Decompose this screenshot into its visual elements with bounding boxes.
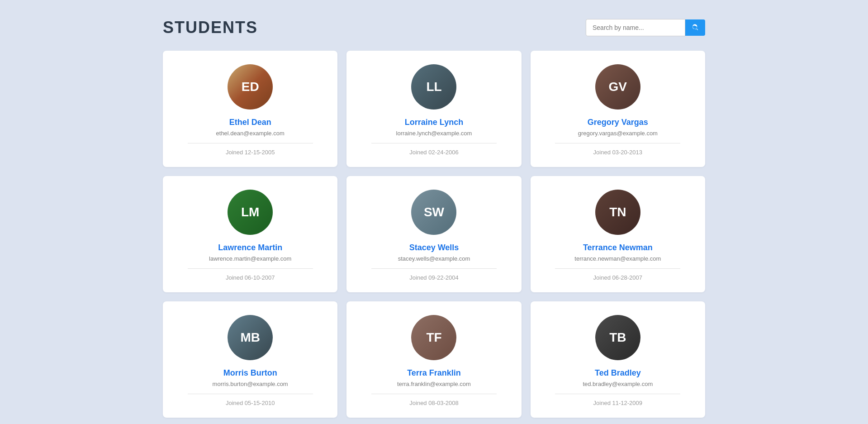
student-card-lawrence-martin[interactable]: Lawrence Martin lawrence.martin@example.… xyxy=(163,176,337,292)
divider-morris-burton xyxy=(188,394,313,394)
student-joined-morris-burton: Joined 05-15-2010 xyxy=(226,400,275,406)
search-bar xyxy=(586,19,705,36)
student-email-lorraine-lynch: lorraine.lynch@example.com xyxy=(396,130,472,137)
student-email-terra-franklin: terra.franklin@example.com xyxy=(397,381,471,387)
student-email-morris-burton: morris.burton@example.com xyxy=(213,381,288,387)
student-card-ted-bradley[interactable]: Ted Bradley ted.bradley@example.com Join… xyxy=(531,301,705,418)
student-joined-lorraine-lynch: Joined 02-24-2006 xyxy=(409,149,458,156)
student-card-morris-burton[interactable]: Morris Burton morris.burton@example.com … xyxy=(163,301,337,418)
student-name-ethel-dean: Ethel Dean xyxy=(229,118,271,127)
student-name-gregory-vargas: Gregory Vargas xyxy=(588,118,648,127)
student-card-terrance-newman[interactable]: Terrance Newman terrance.newman@example.… xyxy=(531,176,705,292)
search-button[interactable] xyxy=(685,19,705,36)
divider-gregory-vargas xyxy=(555,143,680,143)
avatar-stacey-wells xyxy=(411,190,456,235)
avatar-lawrence-martin xyxy=(228,190,273,235)
avatar-lorraine-lynch xyxy=(411,64,456,110)
student-card-stacey-wells[interactable]: Stacey Wells stacey.wells@example.com Jo… xyxy=(346,176,521,292)
divider-lorraine-lynch xyxy=(371,143,497,143)
student-email-terrance-newman: terrance.newman@example.com xyxy=(574,255,661,262)
student-name-stacey-wells: Stacey Wells xyxy=(409,243,459,252)
avatar-morris-burton xyxy=(228,315,273,360)
student-name-lawrence-martin: Lawrence Martin xyxy=(218,243,282,252)
student-name-terrance-newman: Terrance Newman xyxy=(583,243,653,252)
student-joined-stacey-wells: Joined 09-22-2004 xyxy=(409,274,458,281)
avatar-gregory-vargas xyxy=(595,64,640,110)
student-joined-gregory-vargas: Joined 03-20-2013 xyxy=(593,149,642,156)
avatar-terra-franklin xyxy=(411,315,456,360)
student-card-gregory-vargas[interactable]: Gregory Vargas gregory.vargas@example.co… xyxy=(531,51,705,167)
student-joined-ted-bradley: Joined 11-12-2009 xyxy=(593,400,642,406)
divider-ted-bradley xyxy=(555,394,680,394)
student-joined-terrance-newman: Joined 06-28-2007 xyxy=(593,274,642,281)
divider-terra-franklin xyxy=(371,394,497,394)
students-grid: Ethel Dean ethel.dean@example.com Joined… xyxy=(163,51,705,418)
student-name-ted-bradley: Ted Bradley xyxy=(595,368,641,378)
student-joined-terra-franklin: Joined 08-03-2008 xyxy=(409,400,458,406)
student-card-terra-franklin[interactable]: Terra Franklin terra.franklin@example.co… xyxy=(346,301,521,418)
student-name-morris-burton: Morris Burton xyxy=(223,368,277,378)
student-card-ethel-dean[interactable]: Ethel Dean ethel.dean@example.com Joined… xyxy=(163,51,337,167)
student-card-lorraine-lynch[interactable]: Lorraine Lynch lorraine.lynch@example.co… xyxy=(346,51,521,167)
student-name-terra-franklin: Terra Franklin xyxy=(407,368,461,378)
page-title: STUDENTS xyxy=(163,18,258,37)
search-icon xyxy=(692,24,699,31)
avatar-ethel-dean xyxy=(228,64,273,110)
divider-terrance-newman xyxy=(555,268,680,269)
student-joined-lawrence-martin: Joined 06-10-2007 xyxy=(226,274,275,281)
student-email-lawrence-martin: lawrence.martin@example.com xyxy=(209,255,291,262)
avatar-ted-bradley xyxy=(595,315,640,360)
divider-stacey-wells xyxy=(371,268,497,269)
avatar-terrance-newman xyxy=(595,190,640,235)
page-header: STUDENTS xyxy=(163,18,705,37)
student-email-stacey-wells: stacey.wells@example.com xyxy=(398,255,470,262)
student-joined-ethel-dean: Joined 12-15-2005 xyxy=(226,149,275,156)
student-email-ethel-dean: ethel.dean@example.com xyxy=(216,130,285,137)
search-input[interactable] xyxy=(586,19,685,36)
student-email-ted-bradley: ted.bradley@example.com xyxy=(583,381,653,387)
divider-ethel-dean xyxy=(188,143,313,143)
student-name-lorraine-lynch: Lorraine Lynch xyxy=(405,118,463,127)
divider-lawrence-martin xyxy=(188,268,313,269)
student-email-gregory-vargas: gregory.vargas@example.com xyxy=(578,130,658,137)
